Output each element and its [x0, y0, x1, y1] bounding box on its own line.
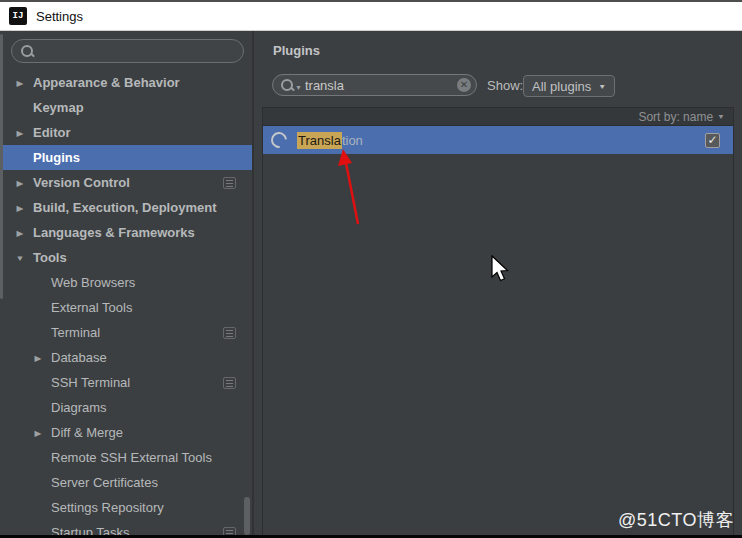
plugin-enabled-checkbox[interactable]: ✓	[705, 133, 720, 148]
project-settings-icon	[223, 177, 236, 189]
settings-search-box[interactable]	[11, 39, 244, 63]
project-settings-icon	[223, 527, 236, 536]
sidebar-item-diagrams[interactable]: Diagrams	[0, 395, 252, 420]
settings-window: IJ Settings ▶Appearance & BehaviorKeymap…	[0, 0, 742, 538]
search-match-highlight: Transla	[297, 132, 342, 149]
page-title: Plugins	[273, 43, 320, 58]
search-icon	[280, 78, 294, 92]
sidebar-item-label: Settings Repository	[51, 500, 164, 515]
sidebar-item-label: Web Browsers	[51, 275, 135, 290]
sidebar-item-label: External Tools	[51, 300, 132, 315]
sidebar-item-build-execution-deployment[interactable]: ▶Build, Execution, Deployment	[0, 195, 252, 220]
sidebar-item-editor[interactable]: ▶Editor	[0, 120, 252, 145]
expand-right-icon[interactable]: ▶	[31, 428, 45, 437]
sidebar-item-remote-ssh-external-tools[interactable]: Remote SSH External Tools	[0, 445, 252, 470]
sidebar-item-keymap[interactable]: Keymap	[0, 95, 252, 120]
sidebar-item-terminal[interactable]: Terminal	[0, 320, 252, 345]
sidebar-item-label: Remote SSH External Tools	[51, 450, 212, 465]
expand-right-icon[interactable]: ▶	[13, 203, 27, 212]
sidebar-item-diff-merge[interactable]: ▶Diff & Merge	[0, 420, 252, 445]
sidebar-item-label: Languages & Frameworks	[33, 225, 195, 240]
sidebar-item-label: Diagrams	[51, 400, 107, 415]
intellij-logo-icon: IJ	[9, 7, 27, 25]
sidebar-item-label: SSH Terminal	[51, 375, 130, 390]
sidebar-item-label: Appearance & Behavior	[33, 75, 180, 90]
clear-search-icon[interactable]: ✕	[457, 78, 471, 92]
expand-right-icon[interactable]: ▶	[13, 178, 27, 187]
sidebar-item-database[interactable]: ▶Database	[0, 345, 252, 370]
sidebar-item-settings-repository[interactable]: Settings Repository	[0, 495, 252, 520]
expand-right-icon[interactable]: ▶	[13, 228, 27, 237]
search-icon	[20, 44, 34, 58]
sidebar-item-label: Build, Execution, Deployment	[33, 200, 216, 215]
plugins-panel: Plugins ▼ ✕ Show: All plugins ▼ Sort by:…	[254, 31, 742, 535]
project-settings-icon	[223, 377, 236, 389]
window-title: Settings	[36, 9, 83, 24]
sidebar-item-label: Diff & Merge	[51, 425, 123, 440]
sidebar-item-web-browsers[interactable]: Web Browsers	[0, 270, 252, 295]
show-label: Show:	[487, 78, 523, 93]
sidebar-item-plugins[interactable]: Plugins	[0, 145, 252, 170]
expand-right-icon[interactable]: ▶	[31, 353, 45, 362]
sidebar-item-server-certificates[interactable]: Server Certificates	[0, 470, 252, 495]
sidebar-item-label: Server Certificates	[51, 475, 158, 490]
window-titlebar: IJ Settings	[0, 2, 742, 31]
sidebar-item-label: Editor	[33, 125, 71, 140]
sort-bar[interactable]: Sort by: name ▼	[263, 108, 733, 126]
sidebar-item-languages-frameworks[interactable]: ▶Languages & Frameworks	[0, 220, 252, 245]
sidebar-item-startup-tasks[interactable]: Startup Tasks	[0, 520, 252, 535]
show-filter-value: All plugins	[532, 79, 591, 94]
chevron-down-icon: ▼	[717, 113, 725, 121]
sidebar-item-appearance-behavior[interactable]: ▶Appearance & Behavior	[0, 70, 252, 95]
plugin-name-rest: tion	[342, 133, 363, 148]
plugin-list: Sort by: name ▼ Translation ✓	[262, 107, 734, 535]
sidebar-item-label: Startup Tasks	[51, 525, 130, 535]
expand-down-icon[interactable]: ▼	[13, 253, 27, 262]
plugin-search-input[interactable]	[305, 78, 457, 93]
settings-sidebar: ▶Appearance & BehaviorKeymap▶EditorPlugi…	[0, 31, 254, 535]
watermark: @51CTO博客	[618, 508, 734, 532]
sidebar-item-label: Plugins	[33, 150, 80, 165]
settings-search-input[interactable]	[34, 44, 204, 59]
tree-scrollbar-right[interactable]	[244, 497, 250, 535]
search-options-caret-icon[interactable]: ▼	[295, 84, 302, 91]
plugin-row-translation[interactable]: Translation ✓	[263, 126, 733, 154]
sidebar-item-version-control[interactable]: ▶Version Control	[0, 170, 252, 195]
project-settings-icon	[223, 327, 236, 339]
tree-scrollbar-left[interactable]	[0, 34, 3, 299]
settings-tree: ▶Appearance & BehaviorKeymap▶EditorPlugi…	[0, 70, 252, 535]
chevron-down-icon: ▼	[598, 82, 606, 90]
sidebar-item-external-tools[interactable]: External Tools	[0, 295, 252, 320]
sidebar-item-tools[interactable]: ▼Tools	[0, 245, 252, 270]
sidebar-item-label: Database	[51, 350, 107, 365]
expand-right-icon[interactable]: ▶	[13, 78, 27, 87]
sidebar-item-label: Terminal	[51, 325, 100, 340]
translation-plugin-icon	[268, 129, 291, 152]
show-filter-dropdown[interactable]: All plugins ▼	[523, 75, 615, 97]
plugin-search-box[interactable]: ▼ ✕	[272, 74, 477, 96]
sort-label: Sort by: name	[638, 110, 713, 124]
plugin-name: Translation	[297, 133, 363, 148]
expand-right-icon[interactable]: ▶	[13, 128, 27, 137]
sidebar-item-ssh-terminal[interactable]: SSH Terminal	[0, 370, 252, 395]
sidebar-item-label: Tools	[33, 250, 67, 265]
sidebar-item-label: Version Control	[33, 175, 130, 190]
sidebar-item-label: Keymap	[33, 100, 84, 115]
